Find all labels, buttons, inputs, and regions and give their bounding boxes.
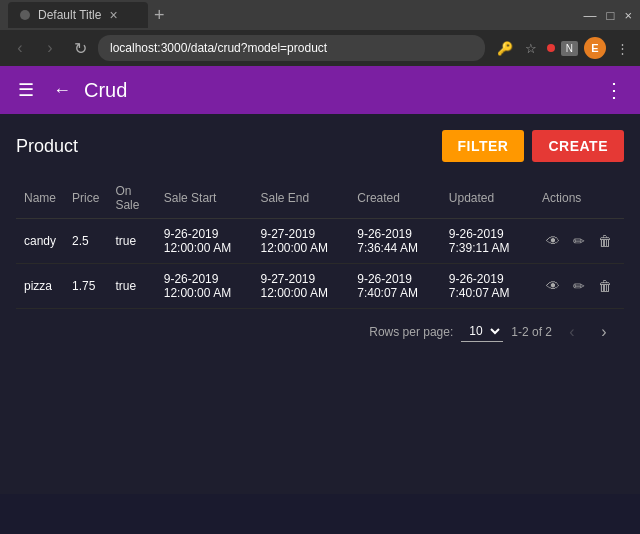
cell-sale-start: 9-26-2019 12:00:00 AM — [156, 219, 253, 264]
tab-title: Default Title — [38, 8, 101, 22]
cell-sale-start: 9-26-2019 12:00:00 AM — [156, 264, 253, 309]
tab-close-button[interactable]: × — [109, 7, 117, 23]
status-dot — [547, 44, 555, 52]
table-row: pizza 1.75 true 9-26-2019 12:00:00 AM 9-… — [16, 264, 624, 309]
back-nav-icon[interactable]: ← — [48, 80, 76, 101]
cell-on-sale: true — [107, 264, 155, 309]
back-button[interactable]: ‹ — [8, 39, 32, 57]
maximize-button[interactable]: □ — [607, 8, 615, 23]
col-actions: Actions — [534, 178, 624, 219]
col-on-sale: On Sale — [107, 178, 155, 219]
delete-icon[interactable]: 🗑 — [594, 278, 616, 294]
window-controls: — □ × — [584, 8, 632, 23]
app-toolbar: ☰ ← Crud ⋮ — [0, 66, 640, 114]
ext-icon-n: N — [561, 41, 578, 56]
close-window-button[interactable]: × — [624, 8, 632, 23]
cell-price: 2.5 — [64, 219, 107, 264]
create-button[interactable]: CREATE — [532, 130, 624, 162]
cell-price: 1.75 — [64, 264, 107, 309]
minimize-button[interactable]: — — [584, 8, 597, 23]
edit-icon[interactable]: ✏ — [568, 278, 590, 294]
browser-chrome: Default Title × + — □ × — [0, 0, 640, 30]
col-name: Name — [16, 178, 64, 219]
content-header: Product FILTER CREATE — [16, 130, 624, 162]
delete-icon[interactable]: 🗑 — [594, 233, 616, 249]
address-bar: ‹ › ↻ 🔑 ☆ N E ⋮ — [0, 30, 640, 66]
header-actions: FILTER CREATE — [442, 130, 625, 162]
cell-actions: 👁 ✏ 🗑 — [534, 264, 624, 309]
table-header-row: Name Price On Sale Sale Start Sale End C… — [16, 178, 624, 219]
cell-updated: 9-26-2019 7:40:07 AM — [441, 264, 534, 309]
address-input[interactable] — [98, 35, 485, 61]
menu-icon[interactable]: ☰ — [12, 79, 40, 101]
col-sale-end: Sale End — [253, 178, 350, 219]
more-addr-icon[interactable]: ⋮ — [612, 41, 632, 56]
data-table: Name Price On Sale Sale Start Sale End C… — [16, 178, 624, 309]
cell-created: 9-26-2019 7:36:44 AM — [349, 219, 441, 264]
pagination: Rows per page: 10 25 50 1-2 of 2 ‹ › — [16, 309, 624, 354]
main-content: Product FILTER CREATE Name Price On Sale… — [0, 114, 640, 494]
col-sale-start: Sale Start — [156, 178, 253, 219]
prev-page-button[interactable]: ‹ — [560, 323, 584, 341]
address-icons: 🔑 ☆ N E ⋮ — [495, 37, 632, 59]
page-info: 1-2 of 2 — [511, 325, 552, 339]
rows-per-page-label: Rows per page: — [369, 325, 453, 339]
rows-per-page-select[interactable]: 10 25 50 — [461, 321, 503, 342]
table-row: candy 2.5 true 9-26-2019 12:00:00 AM 9-2… — [16, 219, 624, 264]
view-icon[interactable]: 👁 — [542, 233, 564, 249]
col-updated: Updated — [441, 178, 534, 219]
cell-sale-end: 9-27-2019 12:00:00 AM — [253, 264, 350, 309]
col-created: Created — [349, 178, 441, 219]
view-icon[interactable]: 👁 — [542, 278, 564, 294]
cell-updated: 9-26-2019 7:39:11 AM — [441, 219, 534, 264]
dot-indicator — [20, 10, 30, 20]
cell-sale-end: 9-27-2019 12:00:00 AM — [253, 219, 350, 264]
edit-icon[interactable]: ✏ — [568, 233, 590, 249]
col-price: Price — [64, 178, 107, 219]
app-title: Crud — [84, 79, 592, 102]
star-icon[interactable]: ☆ — [521, 41, 541, 56]
lock-icon: 🔑 — [495, 41, 515, 56]
new-tab-button[interactable]: + — [154, 6, 165, 24]
next-page-button[interactable]: › — [592, 323, 616, 341]
cell-name: pizza — [16, 264, 64, 309]
refresh-button[interactable]: ↻ — [68, 39, 92, 58]
page-title: Product — [16, 136, 78, 157]
cell-on-sale: true — [107, 219, 155, 264]
more-options-icon[interactable]: ⋮ — [600, 78, 628, 102]
browser-tab[interactable]: Default Title × — [8, 2, 148, 28]
cell-actions: 👁 ✏ 🗑 — [534, 219, 624, 264]
cell-created: 9-26-2019 7:40:07 AM — [349, 264, 441, 309]
profile-icon[interactable]: E — [584, 37, 606, 59]
cell-name: candy — [16, 219, 64, 264]
filter-button[interactable]: FILTER — [442, 130, 525, 162]
forward-button[interactable]: › — [38, 39, 62, 57]
